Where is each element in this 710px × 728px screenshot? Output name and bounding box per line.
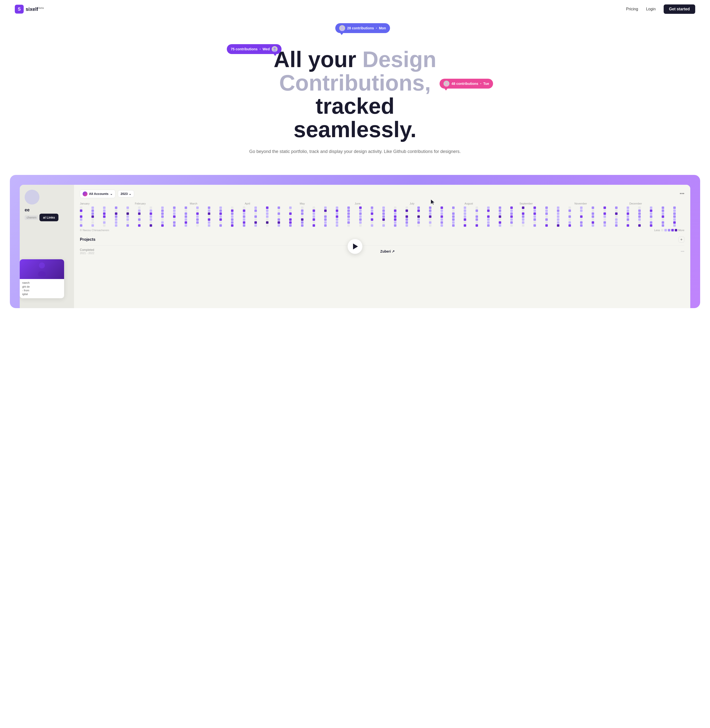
contrib-cell <box>324 209 327 212</box>
contrib-cell <box>312 224 315 227</box>
contrib-cell <box>382 212 385 215</box>
contrib-cell <box>219 212 222 215</box>
contrib-cell <box>615 209 618 212</box>
contrib-cell <box>219 206 222 209</box>
year-selector[interactable]: 2023 ⌄ <box>118 190 134 197</box>
contrib-cell <box>336 215 338 218</box>
legend-cell-0 <box>661 229 663 231</box>
contrib-cell <box>569 221 571 224</box>
contrib-cell <box>429 221 431 224</box>
contrib-cell <box>208 221 210 224</box>
contrib-cell <box>429 224 431 227</box>
contrib-cell <box>440 215 443 218</box>
contrib-cell <box>312 221 315 224</box>
month-dec: December <box>629 202 684 205</box>
hero-heading: All your Design Contributions, tracked s… <box>237 48 473 141</box>
contrib-cell <box>115 218 117 221</box>
contrib-cell <box>603 206 606 209</box>
month-sep: September <box>519 202 574 205</box>
contrib-cell <box>312 212 315 215</box>
account-selector[interactable]: All Accounts ⌄ <box>80 190 115 198</box>
contrib-cell <box>382 218 385 221</box>
contrib-cell <box>312 218 315 221</box>
contrib-cell <box>312 209 315 212</box>
contrib-cell <box>440 209 443 212</box>
pricing-link[interactable]: Pricing <box>626 7 638 11</box>
contrib-cell <box>243 212 245 215</box>
contrib-cell <box>650 224 652 227</box>
sidebar-profile-avatar <box>25 190 40 204</box>
user-card: naechght de- fromigital <box>20 259 64 298</box>
contrib-cell <box>510 209 513 212</box>
contrib-cell <box>196 209 199 212</box>
graph-menu-icon[interactable]: ••• <box>680 191 684 196</box>
login-link[interactable]: Login <box>646 7 656 11</box>
contrib-cell <box>580 221 582 224</box>
project-link-icon[interactable]: ↗ <box>392 249 395 253</box>
logo-icon: S <box>15 5 23 13</box>
contrib-cell <box>673 209 676 212</box>
project-item: Completed 2021 - 2022 Zuberi ↗ ••• <box>80 246 684 257</box>
contrib-cell <box>185 212 187 215</box>
contrib-cell <box>289 224 292 227</box>
contrib-cell <box>359 221 362 224</box>
contrib-cell <box>103 215 106 218</box>
logo-name: sixelfbeta <box>26 6 44 12</box>
contrib-cell <box>91 212 94 215</box>
contrib-cell <box>569 224 571 227</box>
projects-add-button[interactable]: + <box>678 237 684 243</box>
contrib-cell <box>231 218 233 221</box>
contrib-cell <box>557 209 559 212</box>
contrib-cell <box>650 209 652 212</box>
logo[interactable]: S sixelfbeta <box>15 5 44 13</box>
sidebar-links-button[interactable]: al Links <box>40 214 58 221</box>
contrib-cell <box>662 209 664 212</box>
contrib-cell <box>452 215 455 218</box>
contrib-cell <box>603 221 606 224</box>
contrib-cell <box>371 206 373 209</box>
contrib-cell <box>254 221 257 224</box>
contrib-cell <box>243 206 245 209</box>
contrib-cell <box>150 209 152 212</box>
contrib-cell <box>254 206 257 209</box>
contrib-cell <box>545 224 548 227</box>
account-icon <box>82 191 88 196</box>
get-started-button[interactable]: Get started <box>664 4 695 14</box>
badge-dot <box>376 28 377 29</box>
contrib-cell <box>603 218 606 221</box>
contrib-cell <box>115 224 117 227</box>
legend-cell-4 <box>675 229 677 231</box>
contrib-cell <box>592 206 594 209</box>
contrib-cell <box>510 212 513 215</box>
contrib-cell <box>371 215 373 218</box>
contrib-cell <box>650 215 652 218</box>
contrib-cell <box>615 206 618 209</box>
contrib-cell <box>545 206 548 209</box>
sidebar-handle: cherem <box>25 215 38 220</box>
contrib-cell <box>359 218 362 221</box>
contrib-cell <box>348 209 350 212</box>
badge-monday: 28 contributions Mon <box>335 23 390 33</box>
contrib-cell <box>266 224 268 227</box>
contrib-cell <box>615 215 618 218</box>
contrib-cell <box>452 221 455 224</box>
contrib-cell <box>417 215 420 218</box>
contrib-cell <box>673 212 676 215</box>
contrib-cell <box>382 224 385 227</box>
contrib-cell <box>266 221 268 224</box>
contrib-cell <box>231 206 233 209</box>
contrib-cell <box>406 215 408 218</box>
contrib-cell <box>580 206 582 209</box>
contrib-cell <box>208 215 210 218</box>
month-jul: July <box>409 202 465 205</box>
svg-point-7 <box>38 271 46 276</box>
project-menu-icon[interactable]: ••• <box>681 249 684 253</box>
play-button[interactable] <box>348 239 362 254</box>
contrib-cell <box>615 218 618 221</box>
contrib-cell <box>115 209 117 212</box>
contrib-cell <box>254 212 257 215</box>
contrib-cell <box>359 206 362 209</box>
contrib-cell <box>150 218 152 221</box>
contrib-cell <box>359 215 362 218</box>
contrib-cell <box>592 218 594 221</box>
